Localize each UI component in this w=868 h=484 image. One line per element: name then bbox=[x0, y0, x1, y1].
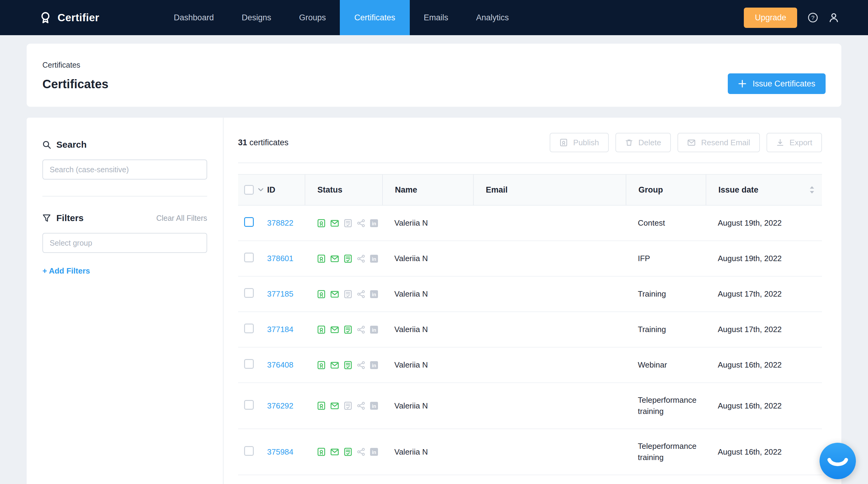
status-icons: in bbox=[305, 361, 382, 370]
recipient-name: Valeriia N bbox=[394, 254, 428, 263]
certificate-id-link[interactable]: 376292 bbox=[267, 401, 293, 410]
share-icon bbox=[357, 401, 365, 410]
publish-button[interactable]: Publish bbox=[550, 133, 609, 152]
email-sent-icon bbox=[330, 325, 339, 334]
user-account-icon[interactable] bbox=[829, 12, 839, 23]
recipient-name: Valeriia N bbox=[394, 289, 428, 298]
select-all-checkbox[interactable] bbox=[244, 185, 254, 195]
certificate-issued-icon bbox=[317, 361, 326, 370]
bulk-action-buttons: Publish Delete bbox=[550, 133, 822, 152]
linkedin-icon: in bbox=[370, 447, 379, 456]
linkedin-icon: in bbox=[370, 361, 379, 370]
certifier-logo-icon bbox=[39, 11, 52, 24]
issue-date: August 19th, 2022 bbox=[718, 254, 782, 263]
column-header-id: ID bbox=[267, 175, 305, 205]
top-navbar: Certifier Dashboard Designs Groups Certi… bbox=[0, 0, 868, 35]
status-icons: in bbox=[305, 325, 382, 334]
certificate-downloaded-icon bbox=[343, 361, 352, 370]
publish-label: Publish bbox=[573, 138, 599, 147]
svg-text:in: in bbox=[372, 221, 376, 226]
resend-email-button[interactable]: Resend Email bbox=[678, 133, 760, 152]
status-icons: in bbox=[305, 290, 382, 299]
row-checkbox[interactable] bbox=[244, 288, 254, 298]
brand-logo[interactable]: Certifier bbox=[39, 0, 99, 35]
certificate-issued-icon bbox=[317, 254, 326, 263]
table-toolbar: 31 certificates Publish bbox=[238, 133, 822, 163]
row-checkbox[interactable] bbox=[244, 400, 254, 410]
certificate-downloaded-icon bbox=[343, 254, 352, 263]
linkedin-icon: in bbox=[370, 401, 379, 410]
issue-date: August 16th, 2022 bbox=[718, 360, 782, 369]
svg-text:in: in bbox=[372, 256, 376, 262]
brand-name: Certifier bbox=[58, 11, 99, 24]
nav-item-dashboard[interactable]: Dashboard bbox=[160, 0, 228, 35]
certificate-id-link[interactable]: 378601 bbox=[267, 254, 293, 263]
certificate-issued-icon bbox=[317, 290, 326, 299]
add-filters-link[interactable]: + Add Filters bbox=[42, 266, 90, 276]
certificate-id-link[interactable]: 375984 bbox=[267, 447, 293, 456]
recipient-name: Valeriia N bbox=[394, 360, 428, 369]
row-checkbox[interactable] bbox=[244, 446, 254, 456]
table-row: 377185 bbox=[238, 277, 822, 312]
certificate-downloaded-icon bbox=[343, 290, 352, 299]
chat-launcher-button[interactable] bbox=[819, 443, 856, 479]
export-button[interactable]: Export bbox=[767, 133, 822, 152]
share-icon bbox=[357, 448, 365, 456]
certificate-id-link[interactable]: 378822 bbox=[267, 218, 293, 227]
column-header-name: Name bbox=[382, 175, 473, 205]
issue-date: August 16th, 2022 bbox=[718, 447, 782, 456]
navbar-right: Upgrade ? bbox=[744, 0, 868, 35]
group-name: IFP bbox=[638, 254, 650, 263]
group-name: Contest bbox=[638, 218, 665, 227]
email-sent-icon bbox=[330, 401, 339, 410]
issue-date: August 17th, 2022 bbox=[718, 289, 782, 298]
sort-icon[interactable] bbox=[809, 186, 815, 194]
certificate-id-link[interactable]: 376408 bbox=[267, 360, 293, 369]
recipient-name: Valeriia N bbox=[394, 218, 428, 227]
nav-item-certificates[interactable]: Certificates bbox=[340, 0, 410, 35]
row-checkbox[interactable] bbox=[244, 359, 254, 369]
share-icon bbox=[357, 254, 365, 263]
issue-certificates-button[interactable]: Issue Certificates bbox=[728, 74, 826, 94]
row-checkbox[interactable] bbox=[244, 253, 254, 262]
issue-certificates-label: Issue Certificates bbox=[753, 79, 815, 89]
filters-title: Filters bbox=[56, 213, 84, 223]
svg-text:in: in bbox=[372, 363, 376, 368]
column-header-issue-date: Issue date bbox=[706, 175, 822, 205]
row-checkbox[interactable] bbox=[244, 217, 254, 227]
select-all-caret-icon[interactable] bbox=[258, 188, 264, 192]
issue-date: August 16th, 2022 bbox=[718, 401, 782, 410]
plus-icon bbox=[738, 80, 747, 88]
publish-icon bbox=[559, 138, 568, 147]
delete-button[interactable]: Delete bbox=[615, 133, 671, 152]
group-filter-input[interactable] bbox=[42, 233, 207, 253]
nav-item-analytics[interactable]: Analytics bbox=[462, 0, 523, 35]
search-section-heading: Search bbox=[42, 140, 207, 150]
email-sent-icon bbox=[330, 447, 339, 456]
clear-all-filters-link[interactable]: Clear All Filters bbox=[156, 214, 207, 223]
share-icon bbox=[357, 290, 365, 298]
table-row: 378601 bbox=[238, 241, 822, 277]
nav-item-emails[interactable]: Emails bbox=[410, 0, 462, 35]
row-checkbox[interactable] bbox=[244, 323, 254, 333]
help-icon[interactable]: ? bbox=[807, 12, 818, 23]
main-panel: Search Filters Clear All Filters + Add F… bbox=[27, 118, 841, 484]
certificate-downloaded-icon bbox=[343, 447, 352, 456]
status-icons: in bbox=[305, 401, 382, 410]
search-input[interactable] bbox=[42, 160, 207, 179]
nav-item-groups[interactable]: Groups bbox=[285, 0, 340, 35]
certificate-downloaded-icon bbox=[343, 325, 352, 334]
group-name: Training bbox=[638, 289, 666, 298]
issue-date: August 19th, 2022 bbox=[718, 218, 782, 227]
recipient-name: Valeriia N bbox=[394, 401, 428, 410]
export-label: Export bbox=[789, 138, 812, 147]
nav-item-designs[interactable]: Designs bbox=[228, 0, 285, 35]
certificate-count-label: certificates bbox=[247, 138, 289, 147]
certificate-id-link[interactable]: 377184 bbox=[267, 325, 293, 334]
certificate-issued-icon bbox=[317, 325, 326, 334]
table-body: 378822 bbox=[238, 206, 822, 475]
upgrade-button[interactable]: Upgrade bbox=[744, 7, 797, 28]
svg-text:?: ? bbox=[811, 15, 815, 21]
nav-menu: Dashboard Designs Groups Certificates Em… bbox=[160, 0, 523, 35]
certificate-id-link[interactable]: 377185 bbox=[267, 289, 293, 298]
